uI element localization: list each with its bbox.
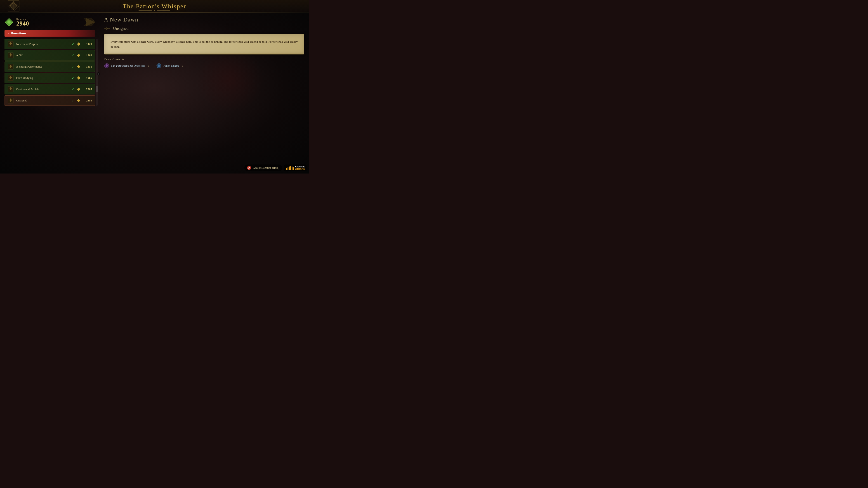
- donation-item-cost: 1360: [83, 54, 92, 57]
- donation-cost-icon: [76, 53, 81, 57]
- donation-cost-icon: [76, 76, 81, 80]
- svg-marker-20: [77, 76, 80, 79]
- donation-item-cost: 1965: [83, 76, 92, 80]
- gg-bar-3: [289, 166, 290, 170]
- svg-marker-26: [77, 99, 80, 102]
- donation-item-name: Newfound Purpose: [16, 42, 69, 46]
- donation-item[interactable]: A Fitting Performance ✓ 1635: [4, 61, 95, 72]
- header: The Patron's Whisper: [0, 0, 309, 12]
- gg-bar-1: [286, 168, 287, 170]
- donation-item[interactable]: Faith Undying ✓ 1965: [4, 73, 95, 83]
- svg-marker-23: [77, 88, 80, 91]
- svg-marker-8: [84, 18, 95, 26]
- donation-item-name: Unsigned: [16, 99, 69, 102]
- donation-item-icon: [7, 97, 14, 104]
- crate-item: Fallen Enigma 1: [156, 63, 183, 68]
- description-text: Every epic starts with a single word. Ev…: [111, 39, 298, 49]
- crate-item-quantity: 1: [148, 64, 149, 68]
- renown-value: 2940: [16, 20, 81, 27]
- donation-check-icon: ✓: [72, 54, 74, 57]
- gg-bar-2: [287, 167, 288, 170]
- gg-guides-text: GUIDES: [295, 168, 305, 170]
- donation-cost-icon: [76, 87, 81, 91]
- donation-cost-icon: [76, 65, 81, 69]
- donation-item-name: Continental Acclaim: [16, 88, 69, 91]
- crate-item-icon: [156, 63, 162, 68]
- donation-list: Newfound Purpose ✓ 1120 A Gift: [4, 39, 95, 106]
- accept-button-icon: ✕: [247, 166, 251, 170]
- gg-bars-icon: [286, 166, 294, 170]
- header-logo: [7, 0, 20, 13]
- unsigned-title: Unsigned: [113, 26, 129, 31]
- renown-arrow: [84, 18, 95, 26]
- renown-info: Renown 2940: [16, 18, 81, 27]
- gamer-guides-logo: GAMER GUIDES: [284, 164, 307, 171]
- donation-item-name: A Fitting Performance: [16, 65, 69, 68]
- footer: ✕ Accept Donation (Hold) GAMER GUIDES: [244, 164, 307, 171]
- donation-item[interactable]: A Gift ✓ 1360: [4, 50, 95, 61]
- crate-items-list: Sail Forbidden Seas Orchestrio 1 Fallen …: [104, 63, 304, 68]
- donation-item-name: Faith Undying: [16, 76, 69, 80]
- crate-item-icon: [104, 63, 110, 68]
- page-title: The Patron's Whisper: [123, 3, 186, 10]
- donations-header: › Donations: [4, 30, 95, 37]
- donation-item-name: A Gift: [16, 54, 69, 57]
- donation-item-cost: 1120: [83, 42, 92, 46]
- donation-item-selected[interactable]: Unsigned ✓ 2850: [4, 95, 95, 106]
- svg-marker-17: [77, 65, 80, 68]
- donation-check-icon: ✓: [72, 88, 74, 91]
- crate-item-name: Sail Forbidden Seas Orchestrio: [111, 64, 145, 68]
- gg-bar-5: [291, 166, 292, 170]
- donation-item-cost: 2365: [83, 88, 92, 91]
- scrollbar-thumb[interactable]: [96, 86, 98, 92]
- crate-contents-section: Crate Contents Sail Forbidden Seas Orche…: [104, 58, 304, 68]
- donation-check-icon: ✓: [72, 42, 74, 46]
- donation-cost-icon: [76, 42, 81, 46]
- donation-item-icon: [7, 86, 14, 92]
- scrollbar-r-label: R: [97, 72, 100, 75]
- accept-donation-button[interactable]: ✕ Accept Donation (Hold): [244, 164, 282, 171]
- donation-cost-icon: [76, 98, 81, 103]
- unsigned-row: Unsigned: [104, 26, 304, 31]
- donation-item[interactable]: Newfound Purpose ✓ 1120: [4, 39, 95, 49]
- donation-item-icon: [7, 41, 14, 47]
- donation-check-icon: ✓: [72, 76, 74, 80]
- donation-item-cost: 2850: [83, 99, 92, 102]
- accept-button-label: Accept Donation (Hold): [253, 166, 279, 170]
- crate-item-quantity: 1: [182, 64, 183, 68]
- renown-bar: Renown 2940: [4, 16, 95, 28]
- donation-check-icon: ✓: [72, 99, 74, 103]
- crate-item: Sail Forbidden Seas Orchestrio 1: [104, 63, 149, 68]
- main-content: Renown 2940 › Donations: [0, 13, 309, 168]
- description-box: Every epic starts with a single word. Ev…: [104, 34, 304, 55]
- unsigned-decoration-icon: [104, 26, 111, 31]
- donation-item-icon: [7, 75, 14, 81]
- donation-item-cost: 1635: [83, 65, 92, 68]
- svg-marker-14: [77, 54, 80, 57]
- donation-item[interactable]: Continental Acclaim ✓ 2365: [4, 84, 95, 94]
- gg-wordmark: GAMER GUIDES: [295, 165, 305, 170]
- crate-contents-label: Crate Contents: [104, 58, 304, 61]
- header-decoration: [138, 10, 170, 11]
- gg-bar-4: [290, 166, 291, 170]
- donations-header-label: Donations: [11, 32, 27, 35]
- renown-diamond-icon: [4, 18, 13, 27]
- donation-item-icon: [7, 52, 14, 59]
- donation-check-icon: ✓: [72, 65, 74, 69]
- crate-item-name: Fallen Enigma: [163, 64, 179, 68]
- left-panel: Renown 2940 › Donations: [4, 16, 95, 164]
- donation-item-icon: [7, 64, 14, 70]
- svg-marker-11: [77, 42, 80, 46]
- donations-arrow-icon: ›: [8, 32, 9, 35]
- gg-bar-6: [293, 167, 294, 170]
- right-panel: A New Dawn Unsigned Every epic starts wi…: [99, 16, 304, 164]
- section-title: A New Dawn: [104, 16, 304, 23]
